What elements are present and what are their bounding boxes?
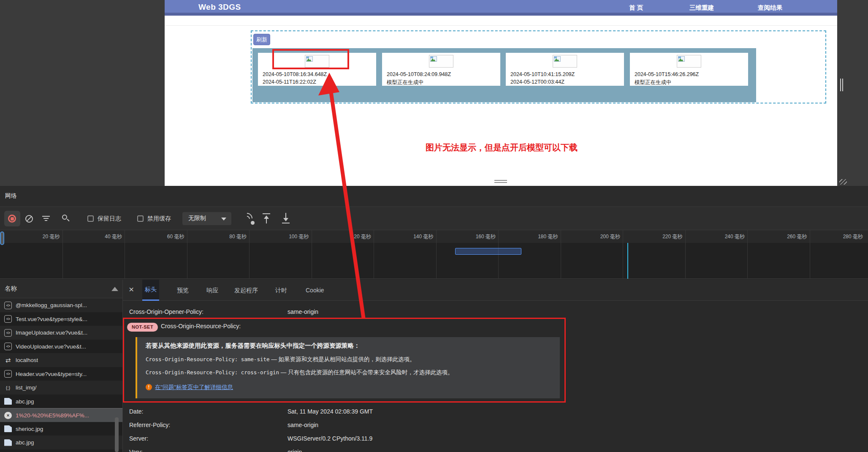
nav-item-results[interactable]: 查阅结果: [758, 4, 782, 12]
tab-timing[interactable]: 计时: [273, 280, 290, 301]
request-row[interactable]: <>@mkkellogg_gaussian-spl...: [0, 298, 122, 312]
script-icon: <>: [4, 370, 12, 378]
overview-drag-handle[interactable]: [0, 231, 4, 245]
timeline-gridline: [747, 230, 748, 279]
request-row[interactable]: [0, 449, 122, 452]
tab-headers[interactable]: 标头: [142, 280, 159, 301]
request-row[interactable]: <>Header.vue?vue&type=sty...: [0, 367, 122, 381]
header-row: Server:WSGIServer/0.2 CPython/3.11.9: [123, 432, 868, 445]
request-row[interactable]: ⇄localhost: [0, 353, 122, 367]
result-card[interactable]: 2024-05-10T08:16:34.648Z2024-05-11T16:22…: [258, 53, 376, 86]
issues-tab-link[interactable]: 在"问题"标签页中了解详细信息: [155, 384, 233, 391]
devtools-resize-handle[interactable]: [494, 182, 507, 183]
request-name: Header.vue?vue&type=sty...: [16, 371, 87, 377]
import-har-icon[interactable]: [263, 213, 270, 214]
request-row[interactable]: abc.jpg: [0, 395, 122, 408]
broken-image-placeholder: [429, 55, 453, 68]
disable-cache-checkbox[interactable]: [137, 215, 144, 222]
record-button[interactable]: [4, 211, 20, 226]
script-icon: <>: [4, 343, 12, 350]
requests-scrollbar[interactable]: [115, 417, 119, 452]
request-row[interactable]: sherioc.jpg: [0, 422, 122, 436]
timeline-gridline: [125, 230, 125, 279]
panel-header: 网络: [0, 186, 868, 207]
devtools-resize-handle[interactable]: [494, 180, 507, 181]
devtools-network-panel: 网络 保留日志 禁用缓存 无限制: [0, 186, 868, 452]
nav-item-home[interactable]: 首 页: [629, 4, 643, 12]
header-value: same-origin: [288, 305, 318, 319]
throttling-dropdown[interactable]: 无限制: [182, 212, 231, 225]
export-har-icon: [282, 223, 290, 223]
close-icon[interactable]: ×: [129, 284, 134, 294]
request-name: list_img/: [16, 384, 37, 391]
script-icon: <>: [4, 329, 12, 337]
nav-item-reconstruction[interactable]: 三维重建: [689, 4, 714, 12]
corner-resize-icon[interactable]: [839, 179, 847, 185]
card-status: 模型正在生成中: [635, 79, 672, 86]
timeline-ruler: 20 毫秒40 毫秒60 毫秒80 毫秒100 毫秒120 毫秒140 毫秒16…: [0, 230, 868, 243]
tab-preview[interactable]: 预览: [174, 280, 191, 301]
timeline-tick-label: 140 毫秒: [413, 233, 433, 240]
timeline-tick-label: 80 毫秒: [229, 233, 247, 240]
window-scrollbar-handle[interactable]: [842, 79, 843, 91]
timeline-gridline: [436, 230, 437, 279]
overview-selection-range[interactable]: [455, 248, 521, 255]
network-overview-timeline: 20 毫秒40 毫秒60 毫秒80 毫秒100 毫秒120 毫秒140 毫秒16…: [0, 230, 868, 279]
panel-title: 网络: [5, 192, 17, 200]
tab-response[interactable]: 响应: [204, 280, 221, 301]
timeline-gridline: [623, 230, 623, 279]
request-row[interactable]: ×1%20-%20%E5%89%AF%...: [0, 408, 122, 422]
search-icon[interactable]: [62, 215, 67, 220]
window-scrollbar-handle[interactable]: [840, 79, 841, 91]
annotation-note-text: 图片无法显示，但是点开后模型可以下载: [413, 142, 590, 153]
request-row[interactable]: abc.jpg: [0, 436, 122, 449]
callout-option: Cross-Origin-Resource-Policy: same-site …: [146, 356, 415, 363]
callout-option-code: Cross-Origin-Resource-Policy: cross-orig…: [146, 369, 279, 376]
tab-cookies[interactable]: Cookie: [303, 280, 327, 301]
callout-option: Cross-Origin-Resource-Policy: cross-orig…: [146, 369, 453, 376]
callout-option-text: — 只有包含此资源的任意网站不会带来安全风险时，才选择此选项。: [279, 369, 453, 376]
result-card[interactable]: 2024-05-10T15:46:26.296Z模型正在生成中: [630, 53, 748, 86]
header-key: Cross-Origin-Opener-Policy:: [129, 305, 203, 319]
timeline-tick-label: 60 毫秒: [167, 233, 184, 240]
requests-list: 名称 <>@mkkellogg_gaussian-spl...<>Test.vu…: [0, 280, 122, 452]
timeline-gridline: [810, 230, 810, 279]
timeline-tick-label: 180 毫秒: [538, 233, 558, 240]
header-row-clipped: Content-Type: text/html; charset=utf-8: [123, 301, 868, 305]
timeline-gridline: [249, 230, 250, 279]
request-row[interactable]: <>Test.vue?vue&type=style&...: [0, 312, 122, 326]
result-card[interactable]: 2024-05-10T08:24:09.948Z模型正在生成中: [382, 53, 500, 86]
header-key: Server:: [129, 432, 148, 445]
header-row: Cross-Origin-Opener-Policy:same-origin: [123, 305, 868, 319]
request-name: sherioc.jpg: [16, 426, 43, 432]
details-tabstrip: × 标头预览响应发起程序计时Cookie: [123, 280, 868, 301]
header-value: WSGIServer/0.2 CPython/3.11.9: [288, 432, 372, 445]
disable-cache-label: 禁用缓存: [147, 215, 171, 223]
request-name: localhost: [16, 357, 38, 363]
preserve-log-checkbox[interactable]: [87, 215, 94, 222]
request-name: abc.jpg: [16, 398, 34, 405]
request-row[interactable]: <>ImageUploader.vue?vue&t...: [0, 326, 122, 340]
result-card[interactable]: 2024-05-10T10:41:15.209Z2024-05-12T00:03…: [506, 53, 624, 86]
request-name: Test.vue?vue&type=style&...: [16, 316, 87, 322]
refresh-button[interactable]: 刷新: [253, 34, 270, 45]
filter-icon: [45, 220, 47, 221]
name-column-header[interactable]: 名称: [0, 280, 122, 298]
tab-initiator[interactable]: 发起程序: [232, 280, 260, 301]
request-name: ImageUploader.vue?vue&t...: [16, 329, 87, 336]
sort-arrow-icon: [111, 287, 118, 291]
request-name: VideoUploader.vue?vue&t...: [16, 343, 86, 350]
file-icon: [4, 398, 12, 405]
request-row[interactable]: {;}list_img/: [0, 381, 122, 395]
card-status: 2024-05-12T00:03:44Z: [510, 79, 564, 85]
results-carousel: 2024-05-10T08:16:34.648Z2024-05-11T16:22…: [252, 48, 756, 102]
card-timestamp: 2024-05-10T08:16:34.648Z: [263, 71, 327, 77]
request-row[interactable]: <>VideoUploader.vue?vue&t...: [0, 340, 122, 354]
divider: [165, 25, 837, 26]
load-event-marker: [627, 243, 628, 279]
broken-image-placeholder: [677, 55, 701, 68]
filter-icon[interactable]: [42, 216, 50, 217]
header-row-cross-origin-resource-policy: NOT-SET Cross-Origin-Resource-Policy:: [123, 319, 868, 335]
header-key: Cross-Origin-Resource-Policy:: [161, 319, 241, 333]
clear-icon[interactable]: [25, 215, 33, 223]
